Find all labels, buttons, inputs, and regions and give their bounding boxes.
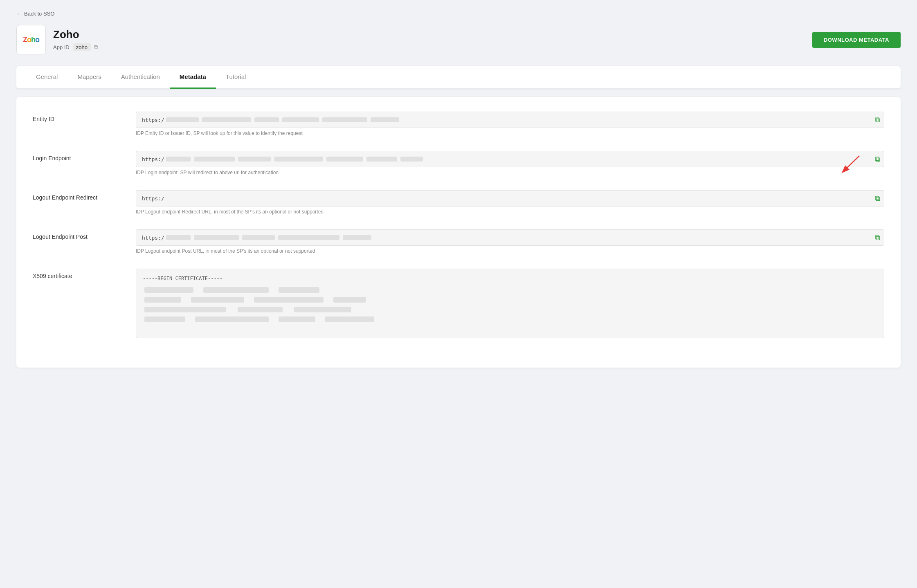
logout-endpoint-post-hint: IDP Logout endpoint Post URL, in most of… — [136, 248, 884, 254]
x509-cert-row: X509 certificate -----BEGIN CERTIFICATE-… — [33, 269, 884, 338]
cert-begin-line: -----BEGIN CERTIFICATE----- — [143, 276, 877, 281]
logout-endpoint-redirect-label: Logout Endpoint Redirect — [33, 190, 123, 201]
entity-id-hint: IDP Entity ID or Issuer ID, SP will look… — [136, 130, 884, 136]
back-link-label: Back to SSO — [24, 11, 54, 17]
logout-endpoint-redirect-input[interactable]: https:/ — [136, 190, 884, 206]
x509-cert-display: -----BEGIN CERTIFICATE----- — [136, 269, 884, 338]
back-arrow-icon: ← — [16, 11, 22, 17]
tab-metadata[interactable]: Metadata — [170, 66, 216, 89]
back-to-sso-link[interactable]: ← Back to SSO — [16, 11, 54, 17]
x509-cert-label: X509 certificate — [33, 269, 123, 279]
copy-logout-redirect-button[interactable]: ⧉ — [875, 194, 880, 203]
app-id-label: App ID — [53, 44, 70, 50]
copy-entity-id-button[interactable]: ⧉ — [875, 116, 880, 124]
tab-general[interactable]: General — [26, 66, 67, 89]
app-name: Zoho — [53, 28, 98, 41]
download-metadata-button[interactable]: DOWNLOAD METADATA — [812, 32, 901, 48]
login-endpoint-label: Login Endpoint — [33, 151, 123, 162]
login-endpoint-hint: IDP Login endpoint, SP will redirect to … — [136, 170, 884, 175]
entity-id-row: Entity ID https:/ ⧉ IDP Entity ID or Iss… — [33, 112, 884, 136]
entity-id-input[interactable]: https:/ — [136, 112, 884, 128]
app-id-badge: zoho — [73, 43, 91, 51]
logout-endpoint-post-label: Logout Endpoint Post — [33, 229, 123, 240]
app-logo: Zoho — [16, 25, 46, 54]
app-header: Zoho Zoho App ID zoho ⧉ DOWNLOAD METADAT… — [16, 25, 901, 54]
tab-tutorial[interactable]: Tutorial — [216, 66, 256, 89]
copy-logout-post-button[interactable]: ⧉ — [875, 233, 880, 242]
logout-endpoint-redirect-hint: IDP Logout endpoint Redirect URL, in mos… — [136, 209, 884, 215]
tab-authentication[interactable]: Authentication — [111, 66, 170, 89]
tab-mappers[interactable]: Mappers — [67, 66, 111, 89]
copy-app-id-icon[interactable]: ⧉ — [94, 44, 98, 51]
logout-endpoint-redirect-row: Logout Endpoint Redirect https:/ ⧉ IDP L… — [33, 190, 884, 215]
entity-id-label: Entity ID — [33, 112, 123, 122]
tab-card: General Mappers Authentication Metadata … — [16, 66, 901, 89]
logout-endpoint-post-input[interactable]: https:/ — [136, 229, 884, 246]
login-endpoint-row: Login Endpoint https:/ — [33, 151, 884, 175]
logout-endpoint-post-row: Logout Endpoint Post https:/ ⧉ IDP Logou… — [33, 229, 884, 254]
content-card: Entity ID https:/ ⧉ IDP Entity ID or Iss… — [16, 97, 901, 368]
copy-login-endpoint-button[interactable]: ⧉ — [875, 155, 880, 164]
login-endpoint-input[interactable]: https:/ — [136, 151, 884, 167]
